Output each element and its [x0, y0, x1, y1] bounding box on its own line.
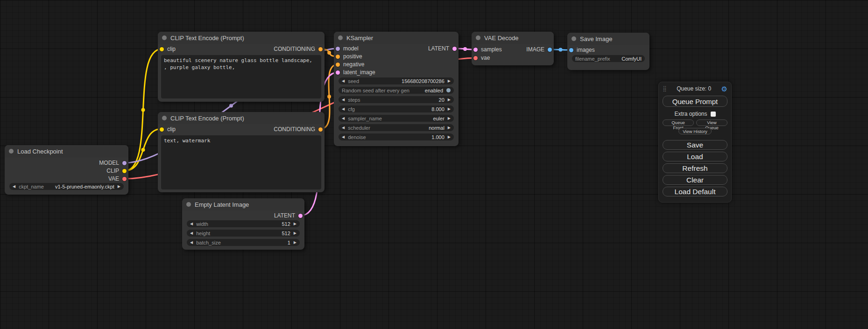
collapse-dot[interactable] — [186, 202, 191, 207]
latent-output-port[interactable] — [298, 214, 303, 218]
images-input-port[interactable] — [569, 48, 573, 52]
widget-value: 1 — [288, 240, 290, 245]
decrement-arrow-icon[interactable]: ◀ — [190, 222, 193, 226]
node-title: Empty Latent Image — [195, 201, 249, 208]
increment-arrow-icon[interactable]: ▶ — [294, 231, 296, 235]
output-slot-conditioning: CONDITIONING — [274, 126, 323, 133]
node-load-checkpoint[interactable]: Load Checkpoint MODEL CLIP VAE ◀ ckpt_na… — [5, 145, 128, 195]
decrement-arrow-icon[interactable]: ◀ — [342, 117, 345, 120]
widget-value: enabled — [425, 88, 443, 93]
decrement-arrow-icon[interactable]: ◀ — [190, 231, 193, 235]
widget-value: 20 — [439, 97, 445, 103]
decrement-arrow-icon[interactable]: ◀ — [342, 135, 345, 139]
increment-arrow-icon[interactable]: ▶ — [448, 126, 451, 130]
input-slot-samples: samples — [473, 46, 502, 53]
decrement-arrow-icon[interactable]: ◀ — [13, 185, 15, 189]
decrement-arrow-icon[interactable]: ◀ — [190, 241, 193, 245]
input-slot-positive: positive — [336, 53, 362, 60]
clip-output-port[interactable] — [122, 169, 127, 173]
slot-label: negative — [343, 61, 364, 68]
node-ksampler[interactable]: KSampler model LATENT positive negative … — [334, 32, 459, 146]
model-output-port[interactable] — [122, 161, 127, 165]
slot-label: IMAGE — [526, 46, 544, 53]
increment-arrow-icon[interactable]: ▶ — [448, 107, 451, 111]
scheduler-widget[interactable]: ◀ scheduler normal ▶ — [339, 124, 454, 131]
settings-gear-icon[interactable]: ⚙ — [721, 85, 727, 92]
extra-options-checkbox[interactable] — [711, 112, 716, 117]
node-clip-text-encode-positive[interactable]: CLIP Text Encode (Prompt) clip CONDITION… — [158, 32, 325, 102]
collapse-dot[interactable] — [572, 36, 576, 41]
seed-widget[interactable]: ◀ seed 156680208700286 ▶ — [339, 77, 454, 84]
slot-label: model — [343, 45, 359, 52]
save-button[interactable]: Save — [663, 140, 727, 150]
latent-image-input-port[interactable] — [336, 70, 340, 75]
steps-widget[interactable]: ◀ steps 20 ▶ — [339, 96, 454, 103]
sampler-name-widget[interactable]: ◀ sampler_name euler ▶ — [339, 115, 454, 122]
increment-arrow-icon[interactable]: ▶ — [448, 135, 451, 139]
decrement-arrow-icon[interactable]: ◀ — [342, 107, 345, 111]
widget-name: scheduler — [348, 125, 370, 131]
collapse-dot[interactable] — [162, 116, 167, 120]
output-slot-image: IMAGE — [526, 46, 552, 53]
node-vae-decode[interactable]: VAE Decode samples IMAGE vae — [472, 32, 554, 65]
decrement-arrow-icon[interactable]: ◀ — [342, 126, 345, 130]
node-save-image[interactable]: Save Image images filename_prefix ComfyU… — [567, 33, 649, 70]
view-queue-button[interactable]: View Queue — [696, 119, 727, 126]
increment-arrow-icon[interactable]: ▶ — [448, 98, 451, 102]
queue-prompt-button[interactable]: Queue Prompt — [663, 96, 727, 107]
cfg-widget[interactable]: ◀ cfg 8.000 ▶ — [339, 105, 454, 112]
load-default-button[interactable]: Load Default — [663, 187, 727, 196]
width-widget[interactable]: ◀ width 512 ▶ — [187, 220, 300, 227]
node-clip-text-encode-negative[interactable]: CLIP Text Encode (Prompt) clip CONDITION… — [158, 112, 325, 192]
clear-button[interactable]: Clear — [663, 175, 727, 185]
random-seed-toggle-widget[interactable]: Random seed after every gen enabled — [339, 87, 454, 94]
batch-size-widget[interactable]: ◀ batch_size 1 ▶ — [187, 239, 300, 246]
node-empty-latent-image[interactable]: Empty Latent Image LATENT ◀ width 512 ▶ … — [182, 198, 304, 250]
collapse-dot[interactable] — [476, 35, 480, 40]
vae-output-port[interactable] — [122, 177, 127, 181]
increment-arrow-icon[interactable]: ▶ — [294, 222, 296, 226]
increment-arrow-icon[interactable]: ▶ — [448, 79, 451, 83]
widget-name: seed — [348, 78, 359, 84]
vae-input-port[interactable] — [473, 56, 478, 60]
input-slot-clip: clip — [160, 126, 176, 133]
filename-prefix-widget[interactable]: filename_prefix ComfyUI — [572, 55, 645, 62]
collapse-dot[interactable] — [162, 35, 167, 40]
increment-arrow-icon[interactable]: ▶ — [118, 185, 120, 189]
conditioning-output-port[interactable] — [318, 127, 323, 132]
view-history-button[interactable]: View History — [678, 128, 712, 134]
node-title: CLIP Text Encode (Prompt) — [170, 35, 244, 42]
conditioning-output-port[interactable] — [318, 47, 323, 51]
ckpt-name-widget[interactable]: ◀ ckpt_name v1-5-pruned-emaonly.ckpt ▶ — [9, 183, 124, 190]
collapse-dot[interactable] — [338, 35, 343, 40]
refresh-button[interactable]: Refresh — [663, 163, 727, 173]
toggle-dot-icon[interactable] — [446, 88, 451, 92]
clip-input-port[interactable] — [160, 127, 164, 132]
clip-input-port[interactable] — [160, 47, 164, 51]
drag-handle-icon[interactable]: ⣿ — [663, 85, 667, 92]
height-widget[interactable]: ◀ height 512 ▶ — [187, 230, 300, 237]
latent-output-port[interactable] — [452, 47, 457, 51]
input-slot-clip: clip — [160, 45, 176, 53]
negative-prompt-textarea[interactable]: text, watermark — [161, 135, 321, 189]
negative-input-port[interactable] — [336, 63, 340, 67]
widget-name: ckpt_name — [19, 184, 44, 189]
decrement-arrow-icon[interactable]: ◀ — [342, 98, 345, 102]
increment-arrow-icon[interactable]: ▶ — [448, 117, 451, 120]
positive-input-port[interactable] — [336, 55, 340, 59]
slot-label: LATENT — [428, 45, 449, 52]
slot-label: latent_image — [343, 69, 375, 76]
slot-label: VAE — [108, 175, 119, 182]
load-button[interactable]: Load — [663, 152, 727, 161]
increment-arrow-icon[interactable]: ▶ — [294, 241, 296, 245]
collapse-dot[interactable] — [9, 149, 14, 154]
decrement-arrow-icon[interactable]: ◀ — [342, 79, 345, 83]
image-output-port[interactable] — [548, 48, 552, 52]
model-input-port[interactable] — [336, 47, 340, 51]
samples-input-port[interactable] — [473, 48, 478, 52]
denoise-widget[interactable]: ◀ denoise 1.000 ▶ — [339, 133, 454, 140]
queue-front-button[interactable]: Queue Front — [663, 119, 694, 126]
output-slot-model: MODEL — [99, 159, 127, 167]
widget-name: height — [196, 231, 210, 236]
positive-prompt-textarea[interactable]: beautiful scenery nature glass bottle la… — [161, 55, 321, 98]
